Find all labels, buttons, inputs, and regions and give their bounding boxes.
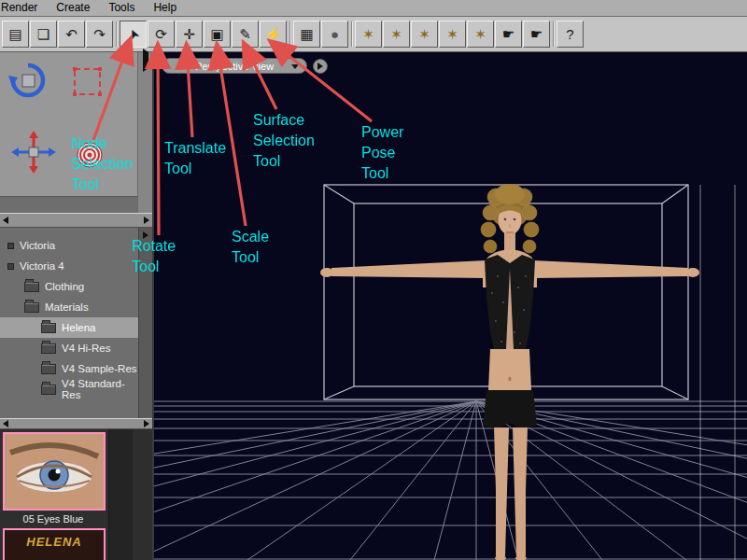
camera-icon: ▦ <box>300 26 313 43</box>
left-panel: Victoria Victoria 4 Clothing Materials H… <box>0 52 154 560</box>
folder-icon <box>41 385 56 395</box>
redo-icon: ↷ <box>93 26 106 43</box>
panel-expand-arrow-icon[interactable] <box>143 49 148 72</box>
content-tree: Victoria Victoria 4 Clothing Materials H… <box>0 235 138 399</box>
tree-item-victoria-4[interactable]: Victoria 4 <box>0 256 138 276</box>
pose-tool-3-button[interactable]: ✶ <box>411 21 438 48</box>
tree-scrollbar[interactable] <box>138 228 152 418</box>
power-pose-tool-button[interactable]: ⚡ <box>260 21 287 48</box>
collapse-right-arrow-icon[interactable] <box>144 217 149 224</box>
translate-icon: ✛ <box>183 26 195 43</box>
viewport-3d[interactable]: Perspective View <box>154 52 747 560</box>
undo-icon: ↶ <box>65 26 78 43</box>
tool-gizmo-icons <box>0 52 137 196</box>
pose-tool-4-button[interactable]: ✶ <box>439 21 466 48</box>
pose-star-icon: ✶ <box>446 26 458 43</box>
tree-item-label: V4 Hi-Res <box>62 343 110 354</box>
view-selector-dropdown[interactable]: Perspective View <box>162 58 307 74</box>
pose-tool-1-button[interactable]: ✶ <box>355 21 382 48</box>
pose-tool-2-button[interactable]: ✶ <box>383 21 410 48</box>
rotate-icon: ⟳ <box>155 26 167 43</box>
pose-tool-5-button[interactable]: ✶ <box>467 21 494 48</box>
tree-item-label: Clothing <box>45 281 84 292</box>
hand-icon: ☛ <box>502 26 514 43</box>
undo-button[interactable]: ↶ <box>58 21 85 48</box>
scale-icon: ▣ <box>210 26 223 43</box>
open-file-icon: ❏ <box>37 26 49 43</box>
panel-side-strip <box>137 52 152 213</box>
scroll-arrow-icon[interactable] <box>143 231 148 239</box>
menu-help[interactable]: Help <box>144 0 186 16</box>
new-document-button[interactable]: ▤ <box>2 21 29 48</box>
floor-grid <box>154 401 747 560</box>
tree-item-helena[interactable]: Helena <box>0 317 138 338</box>
menu-create[interactable]: Create <box>47 0 99 16</box>
tool-icon-panel <box>0 52 152 213</box>
redo-button[interactable]: ↷ <box>86 21 113 48</box>
toolbar-separator <box>289 21 291 47</box>
tree-item-label: V4 Standard-Res <box>62 378 138 400</box>
thumbnail-label: 05 Eyes Blue <box>0 513 106 525</box>
collapse-right-arrow-icon[interactable] <box>144 420 149 427</box>
application-window: Render Create Tools Help ▤ ❏ ↶ ↷ ➤ ⟳ ✛ ▣… <box>0 0 747 560</box>
open-file-button[interactable]: ❏ <box>30 21 57 48</box>
tree-item-clothing[interactable]: Clothing <box>0 276 138 297</box>
tree-item-label: Materials <box>45 301 89 313</box>
scale-tool-button[interactable]: ▣ <box>204 21 231 48</box>
surface-brush-icon: ✎ <box>239 26 251 43</box>
node-selection-target-icon[interactable] <box>78 143 102 167</box>
render-button[interactable]: ● <box>321 21 348 48</box>
render-sphere-icon: ● <box>331 26 339 42</box>
collapse-left-arrow-icon[interactable] <box>3 420 8 427</box>
view-next-button[interactable] <box>313 59 328 74</box>
new-document-icon: ▤ <box>8 26 21 43</box>
hand-tool-2-button[interactable]: ☛ <box>523 21 550 48</box>
translate-gizmo-icon[interactable] <box>11 131 56 174</box>
view-selector-label: Perspective View <box>195 61 274 72</box>
thumbnail-title: HELENA <box>5 530 104 549</box>
folder-icon <box>41 343 56 354</box>
folder-icon <box>41 364 56 374</box>
play-arrow-icon <box>317 63 323 70</box>
hand-tool-1-button[interactable]: ☛ <box>495 21 522 48</box>
tree-item-materials[interactable]: Materials <box>0 297 138 317</box>
cursor-arrow-icon: ➤ <box>124 26 142 42</box>
pose-star-icon: ✶ <box>418 26 430 43</box>
menu-bar: Render Create Tools Help <box>0 0 747 17</box>
pose-star-icon: ✶ <box>390 26 402 43</box>
tree-item-victoria[interactable]: Victoria <box>0 235 138 256</box>
tree-item-v4-sample-res[interactable]: V4 Sample-Res <box>0 358 138 379</box>
tree-item-v4-standard-res[interactable]: V4 Standard-Res <box>0 379 138 399</box>
help-button[interactable]: ? <box>557 21 584 48</box>
pose-star-icon: ✶ <box>474 26 486 43</box>
chevron-down-icon <box>291 64 299 69</box>
thumbnail-scroll-column[interactable] <box>108 429 133 560</box>
toolbar-separator <box>351 21 353 47</box>
node-selection-tool-button[interactable]: ➤ <box>120 21 147 48</box>
thumbnail-helena[interactable]: HELENA <box>3 528 106 560</box>
thumbnail-panel: 05 Eyes Blue HELENA <box>0 429 152 560</box>
tree-item-label: Helena <box>62 322 95 333</box>
toolbar-separator <box>553 21 555 47</box>
selection-frame-icon[interactable] <box>73 67 102 96</box>
content-tree-panel: Victoria Victoria 4 Clothing Materials H… <box>0 228 152 418</box>
tree-item-v4-hi-res[interactable]: V4 Hi-Res <box>0 338 138 358</box>
toolbar-separator <box>116 21 118 47</box>
translate-tool-button[interactable]: ✛ <box>176 21 203 48</box>
thumbnail-eyes-blue[interactable] <box>3 432 106 511</box>
menu-tools[interactable]: Tools <box>99 0 144 16</box>
folder-icon <box>24 302 39 313</box>
power-pose-icon: ⚡ <box>264 26 282 43</box>
surface-selection-tool-button[interactable]: ✎ <box>232 21 259 48</box>
menu-items: Render Create Tools Help <box>0 0 747 16</box>
figure-victoria <box>320 184 699 560</box>
node-icon <box>7 243 14 249</box>
collapse-left-arrow-icon[interactable] <box>3 217 8 224</box>
rotate-gizmo-icon[interactable] <box>8 65 43 95</box>
view-selector: Perspective View <box>162 58 328 74</box>
camera-tool-button[interactable]: ▦ <box>293 21 320 48</box>
menu-render[interactable]: Render <box>0 0 47 16</box>
question-mark-icon: ? <box>566 26 573 42</box>
pose-star-icon: ✶ <box>362 26 374 43</box>
rotate-tool-button[interactable]: ⟳ <box>148 21 175 48</box>
